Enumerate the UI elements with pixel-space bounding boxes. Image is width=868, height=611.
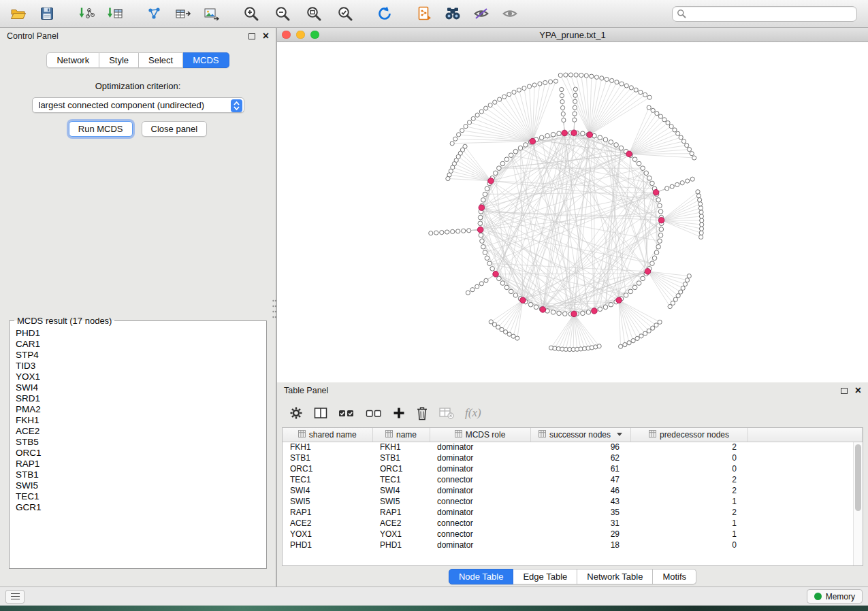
table-cell[interactable]: connector: [430, 474, 530, 485]
mcds-result-item[interactable]: RAP1: [16, 459, 265, 469]
tab-mcds[interactable]: MCDS: [183, 52, 229, 68]
table-row[interactable]: STB1STB1dominator620: [283, 452, 863, 463]
table-cell[interactable]: 29: [530, 529, 630, 540]
table-cell[interactable]: 0: [630, 463, 748, 474]
table-settings-button[interactable]: [289, 406, 303, 420]
close-window-button[interactable]: [282, 31, 291, 39]
mcds-result-item[interactable]: YOX1: [16, 371, 265, 382]
table-cell[interactable]: YOX1: [372, 529, 430, 540]
table-cell[interactable]: 62: [530, 452, 630, 463]
table-panel-float-button[interactable]: [841, 388, 848, 394]
table-cell[interactable]: FKH1: [283, 442, 372, 452]
table-cell[interactable]: dominator: [430, 452, 530, 463]
column-header-successor-nodes[interactable]: successor nodes: [530, 428, 630, 442]
table-cell[interactable]: RAP1: [372, 507, 430, 518]
mcds-result-item[interactable]: TID3: [16, 361, 265, 371]
network-graph[interactable]: [277, 42, 868, 382]
mcds-result-item[interactable]: GCR1: [16, 502, 265, 513]
run-mcds-button[interactable]: Run MCDS: [69, 121, 133, 137]
table-row[interactable]: TEC1TEC1connector472: [283, 474, 863, 485]
column-header-shared-name[interactable]: shared name: [283, 428, 372, 442]
table-row[interactable]: YOX1YOX1connector291: [283, 529, 863, 540]
function-builder-button[interactable]: f(x): [465, 406, 481, 420]
hide-annotations-button[interactable]: [470, 3, 493, 24]
table-cell[interactable]: 31: [530, 518, 630, 529]
network-titlebar[interactable]: YPA_prune.txt_1: [277, 28, 868, 42]
table-cell[interactable]: dominator: [430, 485, 530, 496]
table-cell[interactable]: 2: [630, 442, 748, 452]
memory-button[interactable]: Memory: [807, 589, 863, 604]
table-cell[interactable]: PHD1: [283, 540, 372, 550]
table-cell[interactable]: ACE2: [283, 518, 372, 529]
table-cell[interactable]: connector: [430, 496, 530, 507]
import-table-button[interactable]: [103, 3, 127, 24]
table-cell[interactable]: ACE2: [372, 518, 430, 529]
table-scrollbar[interactable]: [853, 442, 863, 565]
zoom-out-button[interactable]: [271, 3, 294, 24]
criterion-dropdown[interactable]: largest connected component (undirected): [32, 97, 244, 113]
deselect-all-columns-button[interactable]: [366, 408, 382, 418]
search-network-button[interactable]: [441, 3, 464, 24]
table-cell[interactable]: 35: [530, 507, 630, 518]
export-table-button[interactable]: [172, 3, 195, 24]
control-panel-float-button[interactable]: [248, 33, 255, 39]
show-panels-button[interactable]: [5, 590, 25, 604]
table-cell[interactable]: connector: [430, 518, 530, 529]
close-mcds-panel-button[interactable]: Close panel: [142, 121, 208, 137]
table-cell[interactable]: FKH1: [372, 442, 430, 452]
table-cell[interactable]: 18: [530, 540, 630, 550]
table-cell[interactable]: TEC1: [372, 474, 430, 485]
table-row[interactable]: FKH1FKH1dominator962: [283, 442, 863, 452]
table-cell[interactable]: dominator: [430, 442, 530, 452]
table-cell[interactable]: 1: [630, 496, 748, 507]
table-cell[interactable]: SWI4: [372, 485, 430, 496]
table-cell[interactable]: connector: [430, 529, 530, 540]
select-all-columns-button[interactable]: [338, 408, 355, 418]
table-panel-close-button[interactable]: ×: [855, 385, 861, 396]
table-row[interactable]: SWI5SWI5connector431: [283, 496, 863, 507]
mcds-result-item[interactable]: STB1: [16, 469, 265, 480]
tab-motifs[interactable]: Motifs: [653, 569, 696, 584]
mcds-result-item[interactable]: PHD1: [16, 328, 265, 339]
tab-edge-table[interactable]: Edge Table: [513, 569, 577, 584]
export-network-button[interactable]: [143, 3, 166, 24]
table-cell[interactable]: 43: [530, 496, 630, 507]
table-cell[interactable]: SWI4: [283, 485, 372, 496]
column-header-mcds-role[interactable]: MCDS role: [430, 428, 530, 442]
mcds-result-item[interactable]: SWI5: [16, 480, 265, 491]
mcds-result-item[interactable]: TEC1: [16, 491, 265, 502]
mcds-result-item[interactable]: ORC1: [16, 448, 265, 459]
table-row[interactable]: PHD1PHD1dominator180: [283, 540, 863, 550]
table-cell[interactable]: STB1: [372, 452, 430, 463]
column-header-predecessor-nodes[interactable]: predecessor nodes: [630, 428, 748, 442]
panel-resize-grip[interactable]: [272, 298, 277, 320]
table-cell[interactable]: 1: [630, 518, 748, 529]
search-input[interactable]: [672, 6, 857, 22]
tab-node-table[interactable]: Node Table: [449, 569, 514, 584]
table-cell[interactable]: 61: [530, 463, 630, 474]
table-cell[interactable]: 2: [630, 507, 748, 518]
show-view-button[interactable]: [498, 3, 521, 24]
import-network-button[interactable]: [75, 3, 98, 24]
table-cell[interactable]: STB1: [283, 452, 372, 463]
table-row[interactable]: SWI4SWI4dominator462: [283, 485, 863, 496]
table-cell[interactable]: TEC1: [283, 474, 372, 485]
table-cell[interactable]: dominator: [430, 463, 530, 474]
table-cell[interactable]: ORC1: [283, 463, 372, 474]
refresh-network-button[interactable]: [373, 3, 396, 24]
table-cell[interactable]: YOX1: [283, 529, 372, 540]
mcds-result-item[interactable]: STB5: [16, 437, 265, 448]
maximize-window-button[interactable]: [310, 31, 319, 39]
mcds-result-item[interactable]: STP4: [16, 350, 265, 361]
tab-network-table[interactable]: Network Table: [577, 569, 653, 584]
mcds-result-item[interactable]: SRD1: [16, 393, 265, 404]
mcds-result-item[interactable]: FKH1: [16, 415, 265, 426]
mcds-result-item[interactable]: PMA2: [16, 404, 265, 415]
table-cell[interactable]: 0: [630, 540, 748, 550]
column-header-name[interactable]: name: [372, 428, 430, 442]
table-cell[interactable]: 96: [530, 442, 630, 452]
table-cell[interactable]: dominator: [430, 507, 530, 518]
tab-style[interactable]: Style: [99, 52, 139, 68]
table-cell[interactable]: 2: [630, 474, 748, 485]
table-row[interactable]: RAP1RAP1dominator352: [283, 507, 863, 518]
